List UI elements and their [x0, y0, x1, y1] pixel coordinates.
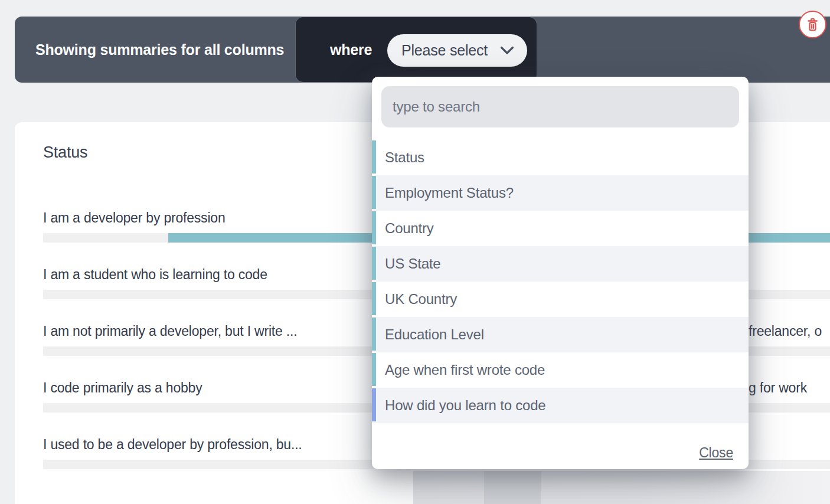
column-accent-bar [372, 211, 376, 244]
column-accent-bar [372, 176, 376, 209]
dropdown-item-country[interactable]: Country [372, 211, 749, 246]
column-dropdown-panel: Status Employment Status? Country US Sta… [372, 77, 749, 469]
horizontal-scrollbar-thumb[interactable] [484, 471, 541, 504]
trash-icon [806, 17, 819, 32]
column-accent-bar [372, 318, 376, 351]
column-accent-bar [372, 353, 376, 386]
horizontal-scrollbar-track[interactable] [413, 471, 830, 504]
column-list: Status Employment Status? Country US Sta… [372, 140, 749, 423]
clipped-category-label: freelancer, o [749, 323, 822, 339]
dropdown-footer: Close [699, 445, 733, 461]
where-filter-group: where Please select [295, 17, 537, 83]
column-accent-bar [372, 140, 376, 174]
column-accent-bar [372, 282, 376, 315]
clipped-category-label: g for work [749, 379, 807, 396]
card-title: Status [43, 143, 87, 162]
dropdown-item-education-level[interactable]: Education Level [372, 317, 749, 352]
remove-filter-button[interactable] [799, 11, 826, 38]
dropdown-item-us-state[interactable]: US State [372, 246, 749, 282]
close-link[interactable]: Close [699, 445, 733, 460]
summary-toolbar: Showing summaries for all columns where … [15, 17, 830, 83]
dropdown-item-age-first-code[interactable]: Age when first wrote code [372, 352, 749, 388]
search-input[interactable] [381, 86, 739, 127]
dropdown-item-status[interactable]: Status [372, 140, 749, 175]
column-select-value: Please select [401, 42, 488, 59]
dropdown-item-employment-status[interactable]: Employment Status? [372, 175, 749, 211]
page-background: Status I am a developer by profession I … [0, 0, 830, 504]
summary-status-text: Showing summaries for all columns [35, 41, 284, 58]
dropdown-item-how-learned-code[interactable]: How did you learn to code [372, 388, 749, 423]
chevron-down-icon [500, 46, 514, 55]
column-accent-bar [372, 388, 376, 421]
where-label: where [330, 41, 372, 58]
column-select-dropdown[interactable]: Please select [387, 34, 527, 67]
dropdown-item-uk-country[interactable]: UK Country [372, 282, 749, 317]
column-accent-bar [372, 247, 376, 280]
